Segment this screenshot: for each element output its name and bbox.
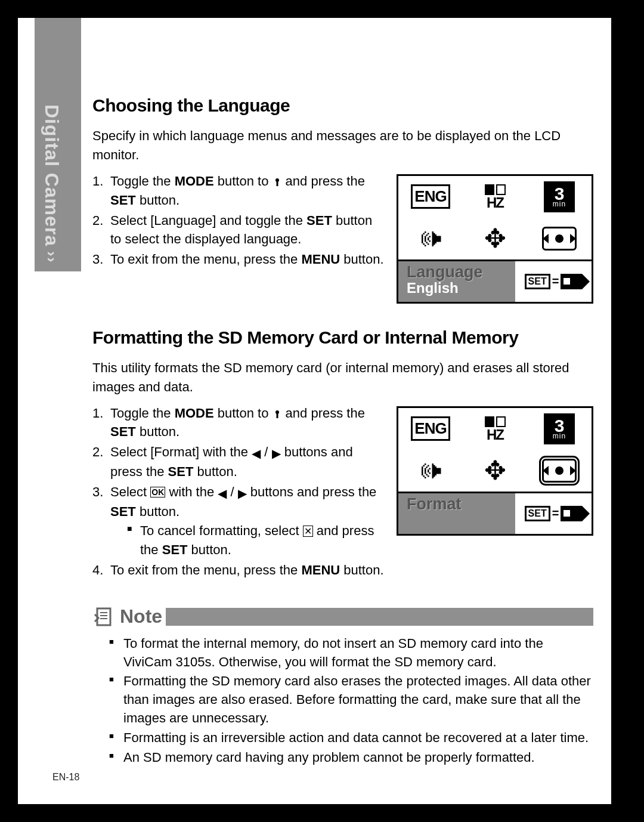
section-heading-language: Choosing the Language xyxy=(92,95,593,116)
focus-icon xyxy=(542,227,577,251)
note-header: Note xyxy=(92,605,593,629)
lcd-title: Format xyxy=(407,496,507,512)
step: Select OK with the ◀ / ▶ buttons and pre… xyxy=(92,483,385,560)
content-area: Digital Camera ›› Choosing the Language … xyxy=(18,18,611,804)
triangle-right-icon: ▶ xyxy=(238,485,247,502)
lcd-set: SET = xyxy=(515,493,592,534)
lcd-set: SET = xyxy=(515,261,592,302)
step: To exit from the menu, press the MENU bu… xyxy=(92,561,385,580)
arrow-right-icon xyxy=(561,506,582,521)
arrow-right-icon xyxy=(561,274,582,289)
tool-icon xyxy=(273,406,282,421)
chevron-right-icon: › xyxy=(43,257,61,263)
triangle-left-icon: ◀ xyxy=(252,445,261,462)
eng-icon: ENG xyxy=(411,416,450,441)
sidebar-label: Digital Camera ›› xyxy=(41,104,63,264)
section1-columns: Toggle the MODE button to and press the … xyxy=(92,172,593,304)
lcd-screen-format: ENG HZ 3min 🕪 ✥ Format SET = xyxy=(397,406,593,536)
lcd-title: Language xyxy=(407,264,507,280)
step: Toggle the MODE button to and press the … xyxy=(92,404,385,442)
svg-rect-1 xyxy=(276,181,278,186)
step: Select [Language] and toggle the SET but… xyxy=(92,211,385,249)
cancel-icon: ✕ xyxy=(303,526,313,537)
lcd-label-area: Format xyxy=(398,493,515,534)
tool-icon xyxy=(273,174,282,188)
speaker-icon: 🕪 xyxy=(419,225,442,252)
speaker-icon: 🕪 xyxy=(419,457,442,484)
lcd-label-area: Language English xyxy=(398,261,515,302)
svg-rect-3 xyxy=(276,413,278,418)
section2-steps: Toggle the MODE button to and press the … xyxy=(92,404,385,581)
lcd-value: English xyxy=(407,280,507,295)
ok-icon: OK xyxy=(150,487,165,497)
note-list: To format the internal memory, do not in… xyxy=(92,635,593,767)
lcd-screen-language: ENG HZ 3min 🕪 ✥ Language English SET = xyxy=(397,174,593,304)
note-bar xyxy=(166,608,593,626)
triangle-right-icon: ▶ xyxy=(272,445,281,462)
note-item: To format the internal memory, do not in… xyxy=(109,635,593,672)
note-item: An SD memory card having any problem can… xyxy=(109,749,593,767)
sub-step: To cancel formatting, select ✕ and press… xyxy=(127,521,385,560)
section1-intro: Specify in which language menus and mess… xyxy=(92,126,593,165)
step: Toggle the MODE button to and press the … xyxy=(92,172,385,210)
section2-columns: Toggle the MODE button to and press the … xyxy=(92,404,593,581)
section-heading-format: Formatting the SD Memory Card or Interna… xyxy=(92,327,593,348)
step: To exit from the menu, press the MENU bu… xyxy=(92,250,385,269)
note-icon xyxy=(92,605,116,629)
set-icon: SET xyxy=(525,506,550,521)
gear-icon: ✥ xyxy=(484,455,506,486)
sidebar: Digital Camera ›› xyxy=(35,18,81,804)
svg-rect-4 xyxy=(97,608,110,625)
gear-icon: ✥ xyxy=(484,223,506,254)
set-icon: SET xyxy=(525,274,550,289)
min-icon: 3min xyxy=(544,181,575,212)
min-icon: 3min xyxy=(544,413,575,444)
page-number: EN-18 xyxy=(52,772,79,783)
chevron-right-icon: › xyxy=(43,251,61,257)
manual-page: Digital Camera ›› Choosing the Language … xyxy=(0,0,644,822)
sidebar-label-text: Digital Camera xyxy=(41,104,63,246)
section2-intro: This utility formats the SD memory card … xyxy=(92,359,593,397)
eng-icon: ENG xyxy=(411,184,450,209)
focus-icon xyxy=(542,459,577,483)
step: Select [Format] with the ◀ / ▶ buttons a… xyxy=(92,443,385,481)
note-item: Formatting the SD memory card also erase… xyxy=(109,672,593,727)
section1-steps: Toggle the MODE button to and press the … xyxy=(92,172,385,270)
hz-icon: HZ xyxy=(485,416,506,441)
note-label: Note xyxy=(116,605,166,628)
triangle-left-icon: ◀ xyxy=(218,485,227,502)
note-item: Formatting is an irreversible action and… xyxy=(109,729,593,747)
hz-icon: HZ xyxy=(485,184,506,209)
